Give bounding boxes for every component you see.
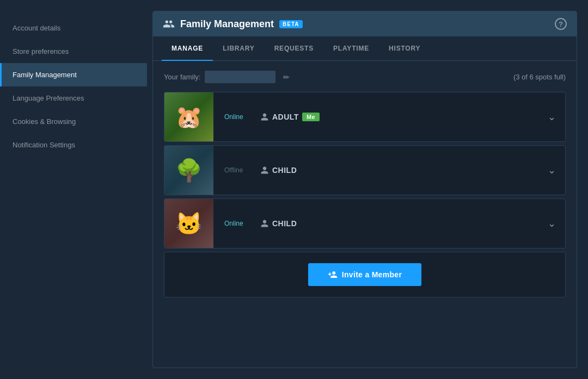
me-badge-1: Me [302,113,320,121]
family-name-input[interactable] [205,71,275,83]
sidebar-item-notification-settings[interactable]: Notification Settings [0,133,147,157]
family-label: Your family: [164,73,200,81]
tab-history[interactable]: HISTORY [379,37,430,61]
invite-member-button[interactable]: Invite a Member [308,263,421,286]
sidebar-item-language-preferences[interactable]: Language Preferences [0,86,147,110]
help-icon[interactable]: ? [555,18,567,30]
member-status-1: Online [224,113,252,121]
member-card-2: 🌳 Offline CHILD ⌄ [164,145,566,195]
member-role-2: CHILD [272,166,297,175]
member-avatar-3: 🐱 [164,199,213,248]
panel-body: Your family: ✏ (3 of 6 spots full) 🐹 Onl… [153,61,577,368]
member-type-2: CHILD [260,166,297,175]
invite-section: Invite a Member [164,252,566,297]
sidebar-item-label: Store preferences [13,47,69,55]
beta-badge: BETA [279,20,302,28]
member-info-2: Offline CHILD [213,166,538,175]
sidebar-item-store-preferences[interactable]: Store preferences [0,40,147,63]
tabs-bar: MANAGE LIBRARY REQUESTS PLAYTIME HISTORY [153,37,577,61]
family-slots-text: (3 of 6 spots full) [513,73,566,81]
expand-member-3-button[interactable]: ⌄ [538,199,565,248]
member-info-3: Online CHILD [213,219,538,228]
member-avatar-1: 🐹 [164,92,213,141]
member-role-3: CHILD [272,219,297,228]
sidebar-item-label: Notification Settings [13,141,75,149]
member-status-3: Online [224,220,252,227]
sidebar-item-label: Family Management [13,71,77,79]
member-info-1: Online ADULT Me [213,113,538,121]
member-avatar-2: 🌳 [164,146,213,195]
member-type-1: ADULT Me [260,113,320,121]
expand-member-2-button[interactable]: ⌄ [538,146,565,195]
sidebar-item-label: Language Preferences [13,94,84,102]
family-name-row: Your family: ✏ (3 of 6 spots full) [164,71,566,83]
sidebar-item-account-details[interactable]: Account details [0,16,147,40]
panel-title: Family Management [180,18,274,30]
content-panel: Family Management BETA ? MANAGE LIBRARY … [152,11,577,368]
member-status-2: Offline [224,166,252,174]
panel-header: Family Management BETA ? [153,11,577,37]
invite-button-label: Invite a Member [342,270,402,279]
sidebar-item-family-management[interactable]: Family Management [0,63,147,86]
panel-header-left: Family Management BETA [163,18,303,30]
tab-library[interactable]: LIBRARY [213,37,265,61]
add-person-icon [328,270,338,279]
edit-family-name-button[interactable]: ✏ [283,73,290,82]
tab-playtime[interactable]: PLAYTIME [323,37,379,61]
sidebar-item-label: Account details [13,24,60,32]
person-icon-3 [260,219,269,228]
person-icon-1 [260,113,269,121]
person-icon-2 [260,166,269,175]
member-role-1: ADULT [272,113,299,121]
member-type-3: CHILD [260,219,297,228]
tab-requests[interactable]: REQUESTS [265,37,323,61]
member-card-3: 🐱 Online CHILD ⌄ [164,198,566,248]
expand-member-1-button[interactable]: ⌄ [538,92,565,141]
sidebar-item-cookies-browsing[interactable]: Cookies & Browsing [0,110,147,133]
main-content: Family Management BETA ? MANAGE LIBRARY … [147,0,588,379]
sidebar: Account details Store preferences Family… [0,0,147,379]
tab-manage[interactable]: MANAGE [162,37,213,61]
sidebar-item-label: Cookies & Browsing [13,117,76,126]
member-card-1: 🐹 Online ADULT Me ⌄ [164,92,566,142]
family-management-icon [163,18,175,30]
